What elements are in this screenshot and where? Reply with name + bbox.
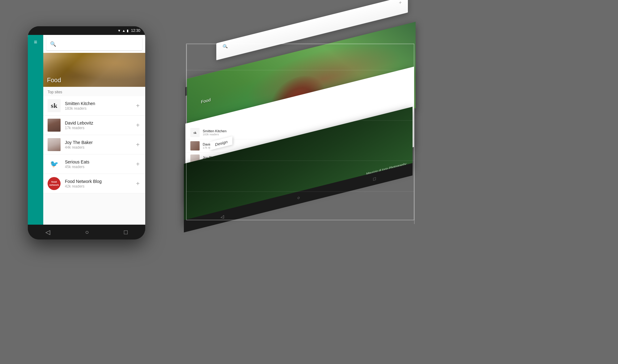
- layer-back-icon: ◁: [221, 214, 224, 220]
- list-item-text: David Lebovitz 17k readers: [65, 121, 135, 130]
- phone-navigation: ◁ ○ □: [28, 225, 145, 239]
- serious-eats-avatar: 🐦: [48, 158, 61, 171]
- food-label: Food: [47, 77, 61, 84]
- joy-baker-avatar: [48, 138, 61, 151]
- battery-icon: ▮: [127, 29, 129, 33]
- add-button[interactable]: +: [135, 179, 141, 188]
- phone-mockup: ▼ ▲ ▮ 12:30 ≡ Mau 100 Fu 🔍 Food: [28, 26, 145, 239]
- search-bar[interactable]: 🔍: [46, 37, 142, 50]
- layer-recent-icon: □: [373, 176, 376, 181]
- list-item-text: Smitten Kitchen 183k readers: [65, 101, 135, 111]
- list-item[interactable]: sk Smitten Kitchen 183k readers +: [43, 96, 145, 116]
- list-item-subtitle: 42k readers: [65, 184, 135, 188]
- search-icon: 🔍: [50, 41, 56, 47]
- list-item-text: Joy The Baker 44k readers: [65, 140, 135, 150]
- list-item-text: Food Network Blog 42k readers: [65, 179, 135, 188]
- add-button[interactable]: +: [135, 140, 141, 150]
- list-item[interactable]: David Lebovitz 17k readers +: [43, 116, 145, 135]
- list-section: Top sites sk Smitten Kitchen 183k reader…: [43, 87, 145, 225]
- list-section-header: Top sites: [43, 87, 145, 96]
- list-item-subtitle: 17k readers: [65, 126, 135, 130]
- list-item-title: Serious Eats: [65, 159, 135, 164]
- clock: 12:30: [131, 28, 140, 33]
- phone-status-bar: ▼ ▲ ▮ 12:30: [28, 26, 145, 35]
- list-item[interactable]: 🐦 Serious Eats 45k readers +: [43, 154, 145, 174]
- layer-search-icon: 🔍: [222, 43, 228, 49]
- main-content-area: 🔍 Food Top sites sk Smitten Kitchen 183k…: [43, 35, 145, 225]
- add-button[interactable]: +: [135, 121, 141, 130]
- signal-icon: ▲: [122, 29, 125, 32]
- list-item-subtitle: 45k readers: [65, 165, 135, 169]
- list-item[interactable]: foodnetwork Food Network Blog 42k reader…: [43, 174, 145, 193]
- hamburger-icon[interactable]: ≡: [34, 39, 37, 45]
- layers-diagram: ▼ ▲ ▮ 12:30 🔍 + Food Top sites sk Smitte…: [161, 19, 593, 343]
- list-item-title: Smitten Kitchen: [65, 101, 135, 106]
- list-item-subtitle: 183k readers: [65, 106, 135, 111]
- list-item-title: Joy The Baker: [65, 140, 135, 145]
- sidebar-strip: ≡: [28, 35, 43, 225]
- layer-home-icon: ○: [297, 195, 300, 201]
- list-item[interactable]: Joy The Baker 44k readers +: [43, 135, 145, 154]
- layer-sk-avatar: sk: [190, 128, 200, 137]
- phone-content: ≡ Mau 100 Fu 🔍 Food Top sites sk: [28, 35, 145, 225]
- food-network-avatar: foodnetwork: [48, 177, 61, 190]
- recent-nav-icon[interactable]: □: [124, 229, 128, 236]
- food-network-logo-text: foodnetwork: [49, 180, 59, 186]
- status-icons: ▼ ▲ ▮ 12:30: [117, 28, 140, 33]
- home-nav-icon[interactable]: ○: [85, 229, 89, 236]
- list-item-title: Food Network Blog: [65, 179, 135, 184]
- add-button[interactable]: +: [135, 101, 141, 111]
- layer-add-icon: +: [407, 183, 409, 188]
- list-item-subtitle: 44k readers: [65, 145, 135, 150]
- list-item-title: David Lebovitz: [65, 121, 135, 125]
- add-button[interactable]: +: [135, 159, 141, 169]
- smitten-kitchen-avatar: sk: [48, 99, 61, 112]
- david-lebovitz-avatar: [48, 119, 61, 132]
- layer-plus-icon: +: [399, 0, 402, 6]
- layer-dl-avatar: [190, 141, 200, 150]
- hero-food-image: Food: [43, 53, 145, 87]
- bird-icon: 🐦: [50, 160, 58, 168]
- wifi-icon: ▼: [117, 29, 121, 32]
- list-item-text: Serious Eats 45k readers: [65, 159, 135, 169]
- back-nav-icon[interactable]: ◁: [45, 228, 50, 236]
